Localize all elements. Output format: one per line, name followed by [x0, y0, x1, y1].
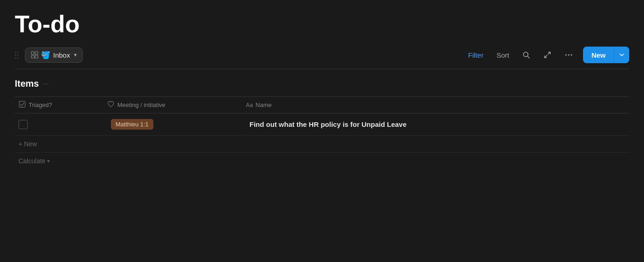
new-button[interactable]: New: [583, 47, 614, 63]
column-header-triaged: Triaged?: [15, 101, 107, 109]
drag-handle-icon: [15, 52, 18, 59]
grid-icon: [31, 51, 38, 59]
meeting-header-label: Meeting / initiative: [117, 101, 165, 108]
view-label: Inbox: [53, 51, 70, 59]
page-title: To-do: [15, 11, 629, 37]
new-button-group: New: [583, 47, 629, 63]
meeting-tag-0[interactable]: Matthieu 1:1: [111, 119, 153, 130]
column-header-name: Aa Name: [246, 101, 629, 108]
svg-rect-2: [31, 55, 34, 58]
svg-point-8: [565, 54, 567, 56]
table: Triaged? Meeting / initiative Aa Name: [15, 96, 629, 169]
calculate-row[interactable]: Calculate ▾: [15, 153, 629, 169]
triaged-checkbox-0[interactable]: [18, 120, 28, 129]
section-header: Items ···: [15, 78, 629, 89]
triaged-header-label: Triaged?: [29, 101, 52, 108]
cell-name-0: Find out what the HR policy is for Unpai…: [246, 116, 629, 133]
filter-button[interactable]: Filter: [465, 49, 486, 61]
name-header-icon: Aa: [246, 102, 253, 108]
section-menu-icon[interactable]: ···: [43, 80, 49, 88]
toolbar: 🪣 Inbox ▾ Filter Sort: [15, 47, 629, 69]
meeting-header-icon: [107, 101, 115, 109]
calculate-label: Calculate: [18, 157, 45, 165]
toolbar-left: 🪣 Inbox ▾: [15, 48, 83, 63]
sort-button[interactable]: Sort: [494, 49, 512, 61]
add-new-row[interactable]: + New: [15, 136, 629, 153]
triaged-header-icon: [18, 101, 26, 109]
svg-rect-3: [35, 55, 38, 58]
expand-button[interactable]: [541, 49, 554, 61]
new-dropdown-button[interactable]: [614, 47, 629, 63]
svg-point-9: [568, 54, 570, 56]
inbox-emoji: 🪣: [41, 51, 50, 60]
svg-rect-1: [35, 52, 38, 54]
svg-point-10: [571, 54, 572, 56]
table-header: Triaged? Meeting / initiative Aa Name: [15, 97, 629, 113]
search-button[interactable]: [519, 49, 533, 61]
view-selector[interactable]: 🪣 Inbox ▾: [25, 48, 83, 63]
toolbar-right: Filter Sort: [465, 47, 629, 63]
more-options-button[interactable]: [562, 49, 576, 61]
column-header-meeting: Meeting / initiative: [107, 101, 246, 109]
cell-triaged-0: [15, 115, 107, 134]
page-container: To-do: [0, 0, 644, 262]
add-new-label: + New: [18, 140, 37, 148]
section-title: Items: [15, 78, 39, 89]
name-header-label: Name: [255, 101, 272, 108]
table-row: Matthieu 1:1 Find out what the HR policy…: [15, 113, 629, 136]
calculate-chevron-icon: ▾: [47, 158, 50, 164]
svg-line-5: [528, 56, 529, 58]
content-area: Items ··· Triaged?: [15, 69, 629, 262]
chevron-down-icon: ▾: [74, 52, 77, 58]
cell-meeting-0: Matthieu 1:1: [107, 114, 246, 134]
svg-rect-0: [31, 52, 34, 54]
